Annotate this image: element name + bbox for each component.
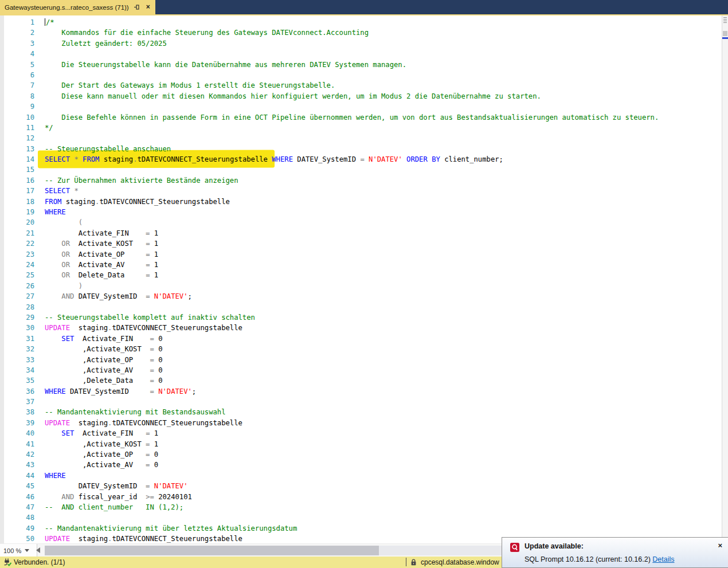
line-number[interactable]: 7 — [0, 80, 34, 91]
line-number[interactable]: 34 — [0, 365, 34, 375]
code-line[interactable]: 22 OR Activate_KOST = 1 — [0, 238, 721, 249]
code-line[interactable]: 31 SET Activate_FIN = 0 — [0, 334, 721, 344]
vertical-scrollbar-thumb[interactable] — [723, 31, 727, 36]
code-line[interactable]: 2 Kommandos für die einfache Steuerung d… — [0, 28, 721, 38]
line-number[interactable]: 44 — [0, 471, 34, 481]
line-number[interactable]: 35 — [0, 375, 34, 386]
line-number[interactable]: 22 — [0, 238, 34, 249]
pin-icon[interactable] — [133, 3, 140, 11]
code-line[interactable]: 10 Diese Befehle können in passende Form… — [0, 112, 721, 123]
code-line[interactable]: 15 — [0, 164, 721, 175]
line-number[interactable]: 9 — [0, 101, 34, 112]
code-line[interactable]: 38-- Mandantenaktivierung mit Bestandsau… — [0, 407, 721, 417]
line-number[interactable]: 32 — [0, 344, 34, 354]
code-line[interactable]: 20 ( — [0, 217, 721, 228]
line-number[interactable]: 39 — [0, 418, 34, 428]
line-number[interactable]: 5 — [0, 60, 34, 70]
code-line[interactable]: 45 DATEV_SystemID = N'DATEV' — [0, 481, 721, 491]
scroll-left-arrow-icon[interactable] — [36, 547, 40, 553]
line-number[interactable]: 6 — [0, 70, 34, 80]
line-number[interactable]: 41 — [0, 439, 34, 449]
close-icon[interactable]: × — [144, 3, 152, 11]
line-number[interactable]: 38 — [0, 407, 34, 417]
code-line[interactable]: 13-- Steuerungstabelle anschauen — [0, 144, 721, 154]
code-line[interactable]: 35 ,Delete_Data = 0 — [0, 375, 721, 386]
line-number[interactable]: 15 — [0, 164, 34, 175]
line-number[interactable]: 50 — [0, 534, 34, 543]
code-line[interactable]: 47-- AND client_number IN (1,2); — [0, 502, 721, 512]
line-number[interactable]: 17 — [0, 186, 34, 196]
line-number[interactable]: 45 — [0, 481, 34, 491]
code-line[interactable]: 48 — [0, 512, 721, 523]
horizontal-scrollbar-thumb[interactable] — [45, 546, 379, 555]
code-line[interactable]: 39UPDATE staging.tDATEVCONNECT_Steuerung… — [0, 418, 721, 428]
line-number[interactable]: 4 — [0, 49, 34, 59]
line-number[interactable]: 29 — [0, 312, 34, 323]
line-number[interactable]: 10 — [0, 112, 34, 123]
line-number[interactable]: 49 — [0, 523, 34, 534]
code-line[interactable]: 28 — [0, 302, 721, 312]
line-number[interactable]: 27 — [0, 291, 34, 301]
code-line[interactable]: 41 ,Activate_KOST = 1 — [0, 439, 721, 449]
line-number[interactable]: 47 — [0, 502, 34, 512]
code-line[interactable]: 40 SET Activate_FIN = 1 — [0, 428, 721, 438]
code-line[interactable]: 3 Zuletzt geändert: 05/2025 — [0, 38, 721, 49]
line-number[interactable]: 25 — [0, 270, 34, 280]
line-number[interactable]: 42 — [0, 449, 34, 460]
line-number[interactable]: 16 — [0, 175, 34, 186]
code-line[interactable]: 11*/ — [0, 123, 721, 133]
notification-close-icon[interactable]: × — [718, 541, 722, 550]
server-name[interactable]: cpcesql.database.window — [421, 558, 499, 566]
line-number[interactable]: 1 — [0, 17, 34, 28]
code-line[interactable]: 43 ,Activate_AV = 0 — [0, 460, 721, 470]
code-line[interactable]: 30UPDATE staging.tDATEVCONNECT_Steuerung… — [0, 323, 721, 333]
code-line[interactable]: 33 ,Activate_OP = 0 — [0, 355, 721, 365]
code-line[interactable]: 8 Diese kann manuell oder mit diesen Kom… — [0, 91, 721, 101]
line-number[interactable]: 3 — [0, 38, 34, 49]
code-line[interactable]: 49-- Mandantenaktivierung mit über letzt… — [0, 523, 721, 534]
document-tab[interactable]: Gatewaysteuerung.s...rateco_saxess (71))… — [0, 0, 155, 14]
code-line[interactable]: 21 Activate_FIN = 1 — [0, 228, 721, 238]
code-line[interactable]: 32 ,Activate_KOST = 0 — [0, 344, 721, 354]
line-number[interactable]: 8 — [0, 91, 34, 101]
code-line[interactable]: 23 OR Activate_OP = 1 — [0, 249, 721, 260]
code-line[interactable]: 25 OR Delete_Data = 1 — [0, 270, 721, 280]
line-number[interactable]: 37 — [0, 397, 34, 407]
code-line[interactable]: 46 AND fiscal_year_id >= 20240101 — [0, 492, 721, 502]
line-number[interactable]: 28 — [0, 302, 34, 312]
code-line[interactable]: 7 Der Start des Gateways im Modus 1 erst… — [0, 80, 721, 91]
code-line[interactable]: 9 — [0, 101, 721, 112]
line-number[interactable]: 19 — [0, 207, 34, 217]
code-line[interactable]: 26 ) — [0, 281, 721, 291]
code-line[interactable]: 1/* — [0, 17, 721, 28]
code-line[interactable]: 17SELECT * — [0, 186, 721, 196]
code-line[interactable]: 14SELECT * FROM staging.tDATEVCONNECT_St… — [0, 154, 721, 164]
code-line[interactable]: 44WHERE — [0, 471, 721, 481]
code-line[interactable]: 16-- Zur Übernahmen aktivierte Bestände … — [0, 175, 721, 186]
line-number[interactable]: 20 — [0, 217, 34, 228]
line-number[interactable]: 11 — [0, 123, 34, 133]
code-line[interactable]: 42 ,Activate_OP = 0 — [0, 449, 721, 460]
code-line[interactable]: 5 Die Steuerungstabelle kann die Datenüb… — [0, 60, 721, 70]
code-line[interactable]: 36WHERE DATEV_SystemID = N'DATEV'; — [0, 386, 721, 397]
code-line[interactable]: 18FROM staging.tDATEVCONNECT_Steuerungst… — [0, 197, 721, 207]
line-number[interactable]: 26 — [0, 281, 34, 291]
line-number[interactable]: 14 — [0, 154, 34, 164]
code-line[interactable]: 34 ,Activate_AV = 0 — [0, 365, 721, 375]
line-number[interactable]: 33 — [0, 355, 34, 365]
line-number[interactable]: 48 — [0, 512, 34, 523]
code-line[interactable]: 29-- Steuerungstabelle komplett auf inak… — [0, 312, 721, 323]
line-number[interactable]: 36 — [0, 386, 34, 397]
splitter-grip-icon[interactable] — [723, 17, 727, 23]
line-number[interactable]: 31 — [0, 334, 34, 344]
code-line[interactable]: 6 — [0, 70, 721, 80]
vertical-scrollbar[interactable] — [722, 15, 728, 543]
line-number[interactable]: 18 — [0, 197, 34, 207]
line-number[interactable]: 23 — [0, 249, 34, 260]
line-number[interactable]: 13 — [0, 144, 34, 154]
line-number[interactable]: 40 — [0, 428, 34, 438]
code-line[interactable]: 27 AND DATEV_SystemID = N'DATEV'; — [0, 291, 721, 301]
zoom-control[interactable]: 100 % — [0, 544, 37, 557]
line-number[interactable]: 46 — [0, 492, 34, 502]
line-number[interactable]: 12 — [0, 133, 34, 143]
